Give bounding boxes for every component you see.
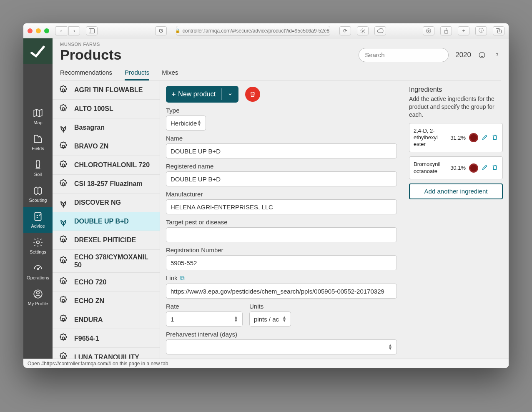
svg-point-24	[62, 356, 65, 358]
feedback-icon[interactable]	[478, 51, 486, 59]
sidebar-toggle-button[interactable]	[86, 26, 98, 35]
product-item[interactable]: CHLOROTHALONIL 720	[53, 156, 160, 175]
product-item[interactable]: BRAVO ZN	[53, 137, 160, 156]
search-input[interactable]	[359, 48, 449, 62]
delete-product-button[interactable]	[245, 87, 260, 102]
svg-point-16	[62, 164, 65, 166]
units-select[interactable]: pints / ac ▲▼	[249, 312, 291, 327]
sidebar-item-label: Scouting	[29, 198, 47, 203]
ingredient-color-swatch[interactable]	[469, 163, 478, 173]
tab-products[interactable]: Products	[125, 67, 149, 80]
product-item[interactable]: CSI 18-257 Fluazinam	[53, 175, 160, 193]
regnum-field: Registration Number	[166, 246, 397, 270]
phi-label: Preharvest interval (days)	[166, 331, 397, 338]
ingredients-title: Ingredients	[409, 86, 503, 93]
product-item[interactable]: DISCOVER NG	[53, 193, 160, 212]
url-text: controller.farmqa.com/#/secure/advice/pr…	[183, 28, 330, 34]
product-item[interactable]: DOUBLE UP B+D	[53, 212, 160, 231]
product-item[interactable]: F9654-1	[53, 329, 160, 348]
product-name: Basagran	[74, 123, 155, 131]
help-icon[interactable]	[493, 51, 501, 59]
downloads-button[interactable]	[423, 26, 434, 35]
sidebar-item-map[interactable]: Map	[23, 103, 53, 129]
link-input[interactable]	[166, 284, 397, 299]
share-button[interactable]	[440, 26, 452, 35]
address-bar[interactable]: 🔒 controller.farmqa.com/#/secure/advice/…	[176, 26, 330, 36]
product-item[interactable]: AGRI TIN FLOWABLE	[53, 81, 160, 100]
minimize-window-button[interactable]	[36, 28, 41, 33]
product-item[interactable]: DREXEL PHITICIDE	[53, 231, 160, 250]
sidebar-item-scouting[interactable]: Scouting	[23, 181, 53, 207]
target-input[interactable]	[166, 227, 397, 242]
add-ingredient-button[interactable]: Add another ingredient	[409, 183, 503, 199]
sidebar-item-operations[interactable]: Operations	[23, 259, 53, 284]
type-select[interactable]: Herbicide ▲▼	[166, 116, 206, 131]
info-button[interactable]: ⓘ	[475, 26, 487, 35]
app-logo[interactable]	[23, 38, 53, 64]
tab-mixes[interactable]: Mixes	[162, 67, 178, 80]
edit-ingredient-button[interactable]	[482, 164, 488, 172]
product-list[interactable]: AGRI TIN FLOWABLEALTO 100SLBasagranBRAVO…	[53, 81, 160, 368]
name-input[interactable]	[166, 143, 397, 158]
nav-back-button[interactable]: ‹	[55, 26, 67, 35]
traffic-lights	[28, 28, 49, 33]
phi-input[interactable]: ▲▼	[166, 339, 397, 354]
type-field: Type Herbicide ▲▼	[166, 107, 397, 131]
product-item[interactable]: ENDURA	[53, 310, 160, 329]
reload-button[interactable]: ⟳	[339, 26, 351, 35]
ingredient-color-swatch[interactable]	[469, 133, 478, 142]
svg-point-9	[38, 269, 39, 270]
sidebar-item-label: Fields	[32, 146, 44, 151]
map-icon	[33, 108, 43, 118]
external-link-icon[interactable]: ⧉	[180, 274, 185, 281]
product-item[interactable]: ALTO 100SL	[53, 100, 160, 118]
edit-ingredient-button[interactable]	[482, 134, 488, 142]
year-selector[interactable]: 2020	[455, 51, 471, 59]
sidebar-item-label: Operations	[27, 275, 49, 280]
manufacturer-input[interactable]	[166, 199, 397, 214]
manufacturer-label: Manufacturer	[166, 191, 397, 198]
link-label: Link	[166, 274, 178, 281]
type-label: Type	[166, 107, 397, 114]
sidebar-item-label: My Profile	[28, 301, 48, 306]
product-item[interactable]: Basagran	[53, 118, 160, 137]
units-value: pints / ac	[254, 316, 279, 323]
new-product-button[interactable]: +New product	[166, 86, 238, 103]
delete-ingredient-button[interactable]	[492, 164, 498, 172]
new-product-dropdown[interactable]	[222, 86, 238, 103]
icloud-tabs-button[interactable]	[374, 26, 386, 35]
sidebar-item-label: Advice	[31, 224, 45, 229]
sidebar-item-soil[interactable]: Soil	[23, 155, 53, 181]
zoom-window-button[interactable]	[44, 28, 49, 33]
svg-point-13	[62, 89, 65, 91]
tab-overview-button[interactable]	[493, 26, 504, 35]
regname-input[interactable]	[166, 171, 397, 186]
product-item[interactable]: ECHO 378/CYMOXANIL 50	[53, 250, 160, 273]
tab-recommendations[interactable]: Recommendations	[60, 67, 112, 80]
product-name: DOUBLE UP B+D	[74, 217, 155, 225]
delete-ingredient-button[interactable]	[492, 134, 498, 142]
product-item[interactable]: ECHO 720	[53, 273, 160, 291]
sidebar-item-settings[interactable]: Settings	[23, 233, 53, 259]
sidebar-item-advice[interactable]: Advice	[23, 207, 53, 233]
status-text: Open #https://controller.farmqa.com/# on…	[28, 361, 168, 367]
close-window-button[interactable]	[28, 28, 33, 33]
svg-rect-7	[35, 212, 41, 221]
product-item[interactable]: ECHO ZN	[53, 291, 160, 310]
regnum-label: Registration Number	[166, 246, 397, 254]
work-area: AGRI TIN FLOWABLEALTO 100SLBasagranBRAVO…	[53, 81, 509, 368]
regnum-input[interactable]	[166, 255, 397, 270]
nav-forward-button[interactable]: ›	[68, 26, 80, 35]
svg-point-8	[37, 241, 40, 244]
privacy-report-button[interactable]: G	[155, 26, 167, 35]
stepper-icon: ▲▼	[234, 316, 238, 322]
extensions-gear-button[interactable]	[357, 26, 369, 35]
sidebar-item-label: Soil	[34, 172, 42, 177]
rate-input[interactable]: 1 ▲▼	[166, 312, 243, 327]
svg-point-11	[37, 291, 40, 294]
plus-icon: +	[172, 90, 176, 98]
app-sidebar: MapFieldsSoilScoutingAdviceSettingsOpera…	[23, 38, 53, 368]
sidebar-item-myprofile[interactable]: My Profile	[23, 284, 53, 310]
new-tab-button[interactable]: +	[458, 26, 469, 35]
sidebar-item-fields[interactable]: Fields	[23, 129, 53, 155]
